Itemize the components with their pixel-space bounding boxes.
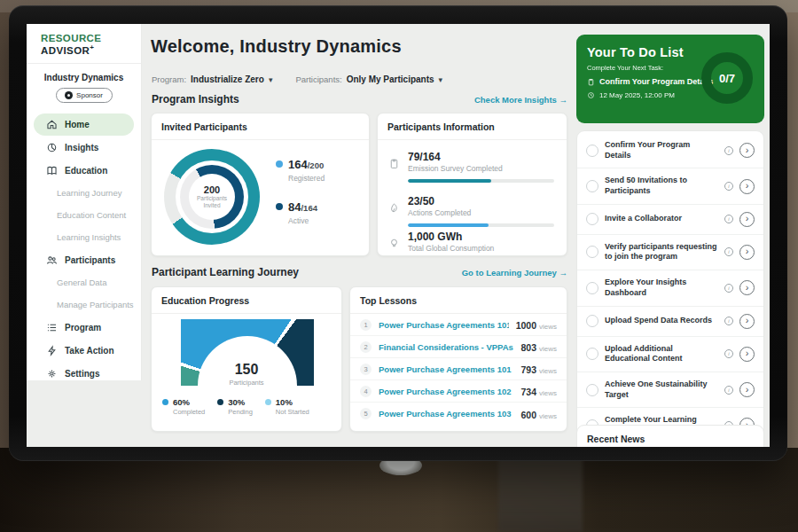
invited-participants-card: Invited Participants 200 Participants In…: [151, 113, 370, 256]
lesson-row: 5 Power Purchase Agreements 103 600views: [350, 403, 567, 425]
views-suffix: views: [539, 323, 557, 331]
lesson-link[interactable]: Power Purchase Agreements 103: [379, 409, 513, 419]
task-label: Verify participants requesting to join t…: [605, 242, 718, 262]
info-icon[interactable]: i: [724, 349, 733, 358]
views-suffix: views: [539, 412, 557, 420]
sidebar: RESOURCE ADVISOR+ Industry Dynamics Spon…: [27, 24, 142, 380]
sponsor-icon: [65, 91, 73, 99]
donut-center: 200 Participants Invited: [164, 149, 260, 245]
sidebar-item-participants[interactable]: Participants: [34, 249, 134, 271]
emission-survey-value: 79/164: [408, 151, 554, 163]
clock-icon: [587, 91, 595, 99]
completed-dot-icon: [162, 399, 168, 405]
bulb-icon: [388, 238, 400, 249]
sidebar-item-learning-insights[interactable]: Learning Insights: [34, 227, 134, 248]
sidebar-item-insights[interactable]: Insights: [34, 137, 134, 159]
due-date-label: 12 May 2025, 12:00 PM: [599, 91, 675, 99]
donut-legend: 164/200 Registered 84/164 Active: [276, 156, 325, 241]
info-icon[interactable]: i: [724, 247, 733, 256]
sidebar-item-education-content[interactable]: Education Content: [34, 205, 134, 226]
lesson-link[interactable]: Power Purchase Agreements 101: [379, 320, 509, 330]
lesson-link[interactable]: Power Purchase Agreements 102: [379, 387, 513, 396]
lesson-link[interactable]: Financial Considerations - VPPAs: [379, 342, 513, 352]
lesson-link[interactable]: Power Purchase Agreements 101: [379, 364, 513, 374]
task-chevron-button[interactable]: ›: [739, 179, 755, 194]
pending-dot-icon: [217, 399, 223, 405]
sidebar-item-learning-journey[interactable]: Learning Journey: [34, 183, 134, 204]
check-more-insights-link[interactable]: Check More Insights →: [474, 95, 567, 105]
task-checkbox[interactable]: [586, 213, 598, 225]
sidebar-item-education[interactable]: Education: [34, 160, 134, 182]
legend-completed: 60%Completed: [162, 397, 205, 416]
task-chevron-button[interactable]: ›: [739, 143, 755, 158]
go-to-learning-journey-link[interactable]: Go to Learning Journey →: [462, 268, 567, 278]
task-checkbox[interactable]: [586, 246, 598, 258]
task-chevron-button[interactable]: ›: [739, 280, 755, 295]
task-checkbox[interactable]: [586, 315, 598, 327]
not-started-dot-icon: [265, 399, 271, 405]
people-icon: [46, 254, 58, 266]
not-started-label: Not Started: [276, 408, 309, 416]
participants-information-card: Participants Information 79/164 Emission…: [377, 113, 567, 256]
task-chevron-button[interactable]: ›: [739, 347, 755, 362]
task-checkbox[interactable]: [586, 282, 598, 294]
actions-completed-value: 23/50: [408, 195, 554, 207]
program-filter[interactable]: Program:Industrialize Zero▾: [152, 70, 272, 86]
info-icon[interactable]: i: [724, 146, 733, 155]
sidebar-item-program[interactable]: Program: [34, 317, 134, 339]
sidebar-item-label: Home: [65, 120, 90, 129]
lesson-views: 1000: [516, 320, 536, 331]
section-title: Participant Learning Journey: [152, 266, 299, 278]
sidebar-item-label: Education: [65, 166, 107, 176]
completed-pct: 60%: [173, 397, 205, 407]
participants-filter[interactable]: Participants:Only My Participants▾: [295, 70, 442, 86]
arrow-right-icon: →: [559, 95, 568, 105]
task-chevron-button[interactable]: ›: [739, 245, 755, 260]
sidebar-item-label: Settings: [65, 369, 99, 379]
info-icon[interactable]: i: [724, 215, 733, 223]
task-checkbox[interactable]: [586, 180, 598, 192]
task-checkbox[interactable]: [586, 348, 598, 360]
dashboard-screen: RESOURCE ADVISOR+ Industry Dynamics Spon…: [27, 24, 770, 447]
task-chevron-button[interactable]: ›: [739, 212, 755, 227]
card-title: Recent News: [577, 426, 763, 447]
task-row: Confirm Your Program Details i ›: [577, 133, 763, 168]
task-chevron-button[interactable]: ›: [739, 314, 755, 329]
info-icon[interactable]: i: [724, 386, 733, 395]
task-label: Confirm Your Program Details: [605, 140, 718, 160]
task-row: Invite a Collaborator i ›: [577, 205, 763, 235]
info-icon[interactable]: i: [724, 317, 733, 325]
brand-secondary: ADVISOR: [41, 45, 90, 56]
sidebar-item-general-data[interactable]: General Data: [34, 272, 134, 293]
sidebar-item-take-action[interactable]: Take Action: [34, 340, 134, 362]
task-checkbox[interactable]: [586, 145, 598, 157]
invited-participants-donut-chart: 200 Participants Invited: [164, 149, 260, 245]
registered-label: Registered: [288, 174, 325, 183]
rank-badge: 4: [360, 386, 372, 397]
task-chevron-button[interactable]: ›: [739, 382, 755, 397]
sidebar-item-label: General Data: [57, 278, 107, 287]
survey-icon: [388, 158, 400, 169]
rank-badge: 1: [360, 319, 372, 331]
task-checkbox[interactable]: [586, 384, 598, 396]
arrow-right-icon: →: [559, 268, 568, 278]
gauge-value: 150: [152, 362, 341, 378]
monitor-bezel: RESOURCE ADVISOR+ Industry Dynamics Spon…: [9, 5, 787, 461]
emission-survey-progressbar: [408, 179, 554, 183]
sponsor-badge[interactable]: Sponsor: [56, 88, 113, 103]
legend-pending: 30%Pending: [217, 397, 253, 416]
sidebar-item-label: Insights: [65, 143, 98, 153]
sidebar-item-manage-participants[interactable]: Manage Participants: [34, 294, 134, 316]
program-filter-label: Program:: [152, 74, 186, 84]
info-icon[interactable]: i: [724, 284, 733, 293]
lesson-views: 803: [520, 342, 536, 353]
info-icon[interactable]: i: [724, 182, 733, 191]
sidebar-item-home[interactable]: Home: [34, 113, 134, 136]
gauge-value-label: Participants: [152, 379, 341, 387]
registered-denominator: /200: [308, 160, 325, 170]
sidebar-item-settings[interactable]: Settings: [34, 363, 134, 385]
recent-news-card: Recent News: [576, 425, 764, 447]
card-title: Participants Information: [378, 113, 567, 140]
pending-pct: 30%: [228, 397, 253, 407]
chevron-down-icon: ▾: [439, 75, 443, 84]
